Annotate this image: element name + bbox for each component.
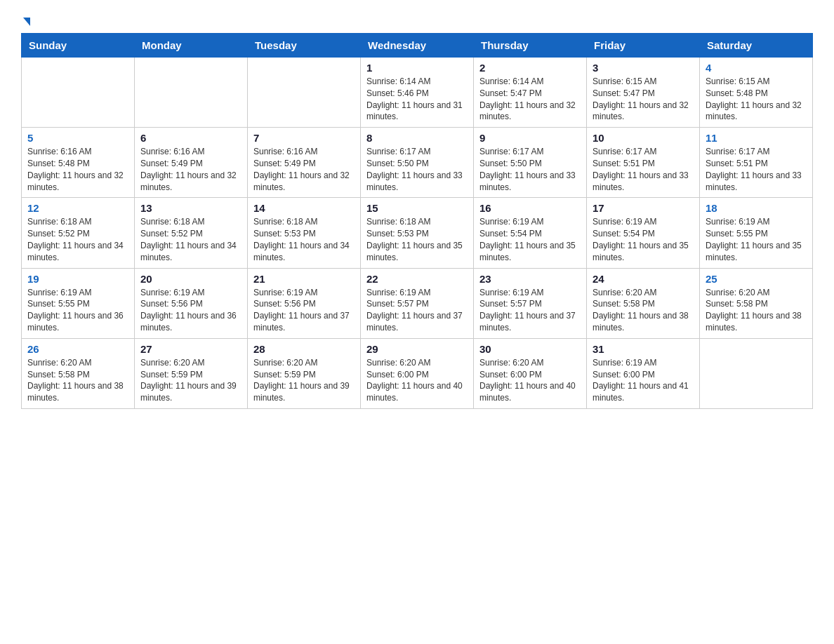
day-number: 18 <box>706 202 807 214</box>
weekday-header-sunday: Sunday <box>22 34 135 58</box>
calendar-cell: 29Sunrise: 6:20 AMSunset: 6:00 PMDayligh… <box>361 338 474 408</box>
calendar-cell <box>135 58 248 128</box>
day-number: 4 <box>706 62 807 74</box>
calendar-cell: 23Sunrise: 6:19 AMSunset: 5:57 PMDayligh… <box>474 268 587 338</box>
calendar-cell: 15Sunrise: 6:18 AMSunset: 5:53 PMDayligh… <box>361 198 474 268</box>
day-number: 26 <box>27 343 128 355</box>
day-info: Sunrise: 6:19 AMSunset: 5:55 PMDaylight:… <box>27 287 128 334</box>
calendar-cell: 7Sunrise: 6:16 AMSunset: 5:49 PMDaylight… <box>248 128 361 198</box>
day-info: Sunrise: 6:19 AMSunset: 5:56 PMDaylight:… <box>253 287 355 334</box>
calendar-cell: 22Sunrise: 6:19 AMSunset: 5:57 PMDayligh… <box>361 268 474 338</box>
logo-arrow-icon <box>23 18 30 26</box>
calendar-cell: 25Sunrise: 6:20 AMSunset: 5:58 PMDayligh… <box>700 268 813 338</box>
day-number: 10 <box>593 132 694 144</box>
calendar-cell: 1Sunrise: 6:14 AMSunset: 5:46 PMDaylight… <box>361 58 474 128</box>
day-info: Sunrise: 6:17 AMSunset: 5:51 PMDaylight:… <box>706 146 807 193</box>
day-info: Sunrise: 6:20 AMSunset: 5:58 PMDaylight:… <box>706 287 807 334</box>
day-info: Sunrise: 6:20 AMSunset: 5:59 PMDaylight:… <box>140 357 241 404</box>
day-info: Sunrise: 6:18 AMSunset: 5:53 PMDaylight:… <box>253 216 355 263</box>
calendar-cell: 4Sunrise: 6:15 AMSunset: 5:48 PMDaylight… <box>700 58 813 128</box>
day-info: Sunrise: 6:20 AMSunset: 5:58 PMDaylight:… <box>27 357 128 404</box>
day-number: 1 <box>366 62 468 74</box>
calendar-cell: 26Sunrise: 6:20 AMSunset: 5:58 PMDayligh… <box>22 338 135 408</box>
day-info: Sunrise: 6:16 AMSunset: 5:48 PMDaylight:… <box>27 146 128 193</box>
calendar-table: SundayMondayTuesdayWednesdayThursdayFrid… <box>21 33 813 409</box>
day-number: 22 <box>366 273 468 285</box>
weekday-header-thursday: Thursday <box>474 34 587 58</box>
day-number: 15 <box>366 202 468 214</box>
day-info: Sunrise: 6:19 AMSunset: 5:56 PMDaylight:… <box>140 287 241 334</box>
week-row-1: 1Sunrise: 6:14 AMSunset: 5:46 PMDaylight… <box>22 58 813 128</box>
calendar-cell: 14Sunrise: 6:18 AMSunset: 5:53 PMDayligh… <box>248 198 361 268</box>
day-number: 17 <box>593 202 694 214</box>
day-info: Sunrise: 6:14 AMSunset: 5:47 PMDaylight:… <box>479 76 581 123</box>
day-number: 14 <box>253 202 355 214</box>
day-number: 11 <box>706 132 807 144</box>
day-info: Sunrise: 6:17 AMSunset: 5:50 PMDaylight:… <box>479 146 581 193</box>
day-number: 24 <box>593 273 694 285</box>
calendar-cell <box>700 338 813 408</box>
day-info: Sunrise: 6:16 AMSunset: 5:49 PMDaylight:… <box>253 146 355 193</box>
calendar-cell: 10Sunrise: 6:17 AMSunset: 5:51 PMDayligh… <box>587 128 700 198</box>
day-info: Sunrise: 6:19 AMSunset: 5:57 PMDaylight:… <box>366 287 468 334</box>
calendar-cell: 31Sunrise: 6:19 AMSunset: 6:00 PMDayligh… <box>587 338 700 408</box>
day-info: Sunrise: 6:15 AMSunset: 5:48 PMDaylight:… <box>706 76 807 123</box>
day-info: Sunrise: 6:14 AMSunset: 5:46 PMDaylight:… <box>366 76 468 123</box>
day-info: Sunrise: 6:17 AMSunset: 5:50 PMDaylight:… <box>366 146 468 193</box>
day-info: Sunrise: 6:17 AMSunset: 5:51 PMDaylight:… <box>593 146 694 193</box>
day-number: 31 <box>593 343 694 355</box>
day-number: 23 <box>479 273 581 285</box>
header <box>21 14 813 26</box>
day-info: Sunrise: 6:18 AMSunset: 5:53 PMDaylight:… <box>366 216 468 263</box>
weekday-header-monday: Monday <box>135 34 248 58</box>
day-number: 13 <box>140 202 241 214</box>
day-info: Sunrise: 6:18 AMSunset: 5:52 PMDaylight:… <box>27 216 128 263</box>
day-number: 25 <box>706 273 807 285</box>
day-number: 29 <box>366 343 468 355</box>
weekday-header-saturday: Saturday <box>700 34 813 58</box>
calendar-cell: 9Sunrise: 6:17 AMSunset: 5:50 PMDaylight… <box>474 128 587 198</box>
day-info: Sunrise: 6:18 AMSunset: 5:52 PMDaylight:… <box>140 216 241 263</box>
day-number: 2 <box>479 62 581 74</box>
calendar-cell: 18Sunrise: 6:19 AMSunset: 5:55 PMDayligh… <box>700 198 813 268</box>
day-number: 3 <box>593 62 694 74</box>
calendar-cell: 2Sunrise: 6:14 AMSunset: 5:47 PMDaylight… <box>474 58 587 128</box>
day-info: Sunrise: 6:15 AMSunset: 5:47 PMDaylight:… <box>593 76 694 123</box>
day-info: Sunrise: 6:19 AMSunset: 6:00 PMDaylight:… <box>593 357 694 404</box>
calendar-cell: 6Sunrise: 6:16 AMSunset: 5:49 PMDaylight… <box>135 128 248 198</box>
day-info: Sunrise: 6:20 AMSunset: 6:00 PMDaylight:… <box>479 357 581 404</box>
day-info: Sunrise: 6:16 AMSunset: 5:49 PMDaylight:… <box>140 146 241 193</box>
day-info: Sunrise: 6:19 AMSunset: 5:54 PMDaylight:… <box>479 216 581 263</box>
day-info: Sunrise: 6:20 AMSunset: 5:58 PMDaylight:… <box>593 287 694 334</box>
week-row-3: 12Sunrise: 6:18 AMSunset: 5:52 PMDayligh… <box>22 198 813 268</box>
week-row-4: 19Sunrise: 6:19 AMSunset: 5:55 PMDayligh… <box>22 268 813 338</box>
day-info: Sunrise: 6:19 AMSunset: 5:57 PMDaylight:… <box>479 287 581 334</box>
weekday-header-friday: Friday <box>587 34 700 58</box>
calendar-cell: 19Sunrise: 6:19 AMSunset: 5:55 PMDayligh… <box>22 268 135 338</box>
day-number: 8 <box>366 132 468 144</box>
weekday-header-row: SundayMondayTuesdayWednesdayThursdayFrid… <box>22 34 813 58</box>
calendar-cell <box>248 58 361 128</box>
calendar-cell: 21Sunrise: 6:19 AMSunset: 5:56 PMDayligh… <box>248 268 361 338</box>
calendar-cell: 13Sunrise: 6:18 AMSunset: 5:52 PMDayligh… <box>135 198 248 268</box>
day-info: Sunrise: 6:19 AMSunset: 5:55 PMDaylight:… <box>706 216 807 263</box>
day-number: 5 <box>27 132 128 144</box>
day-number: 30 <box>479 343 581 355</box>
weekday-header-tuesday: Tuesday <box>248 34 361 58</box>
day-number: 21 <box>253 273 355 285</box>
day-number: 28 <box>253 343 355 355</box>
weekday-header-wednesday: Wednesday <box>361 34 474 58</box>
day-info: Sunrise: 6:20 AMSunset: 6:00 PMDaylight:… <box>366 357 468 404</box>
calendar-cell: 17Sunrise: 6:19 AMSunset: 5:54 PMDayligh… <box>587 198 700 268</box>
week-row-2: 5Sunrise: 6:16 AMSunset: 5:48 PMDaylight… <box>22 128 813 198</box>
calendar-cell: 11Sunrise: 6:17 AMSunset: 5:51 PMDayligh… <box>700 128 813 198</box>
day-info: Sunrise: 6:19 AMSunset: 5:54 PMDaylight:… <box>593 216 694 263</box>
day-number: 16 <box>479 202 581 214</box>
calendar-cell: 12Sunrise: 6:18 AMSunset: 5:52 PMDayligh… <box>22 198 135 268</box>
calendar-cell: 28Sunrise: 6:20 AMSunset: 5:59 PMDayligh… <box>248 338 361 408</box>
week-row-5: 26Sunrise: 6:20 AMSunset: 5:58 PMDayligh… <box>22 338 813 408</box>
day-number: 9 <box>479 132 581 144</box>
calendar-cell: 20Sunrise: 6:19 AMSunset: 5:56 PMDayligh… <box>135 268 248 338</box>
calendar-cell <box>22 58 135 128</box>
day-number: 6 <box>140 132 241 144</box>
